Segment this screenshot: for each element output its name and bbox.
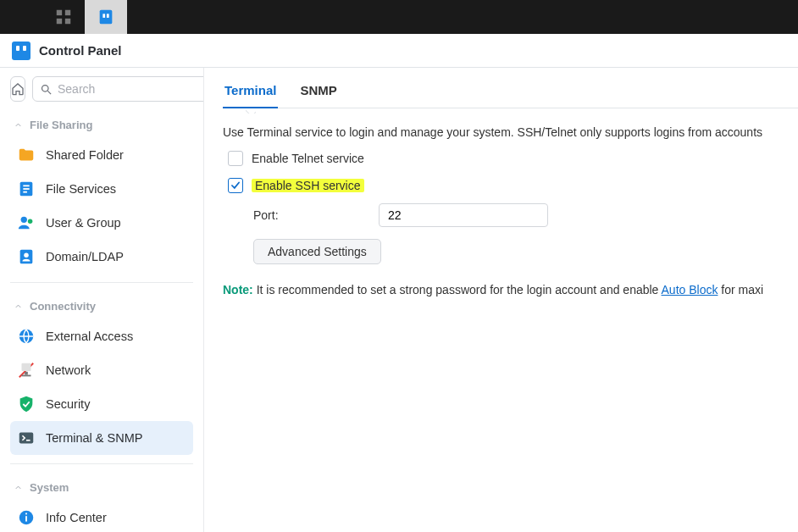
sidebar-item-label: Network xyxy=(46,363,91,377)
sidebar-item-shared-folder[interactable]: Shared Folder xyxy=(10,138,193,172)
sidebar-item-external-access[interactable]: External Access xyxy=(10,319,193,353)
port-input[interactable] xyxy=(379,203,548,227)
chevron-up-icon xyxy=(14,483,23,492)
sidebar-item-label: File Services xyxy=(46,182,116,196)
port-label: Port: xyxy=(253,208,363,222)
search-icon xyxy=(40,83,53,96)
auto-block-link[interactable]: Auto Block xyxy=(662,283,718,296)
tabs: Terminal SNMP xyxy=(223,75,798,108)
window-title: Control Panel xyxy=(39,43,122,58)
window-titlebar: Control Panel xyxy=(0,34,798,68)
sidebar-item-label: Terminal & SNMP xyxy=(46,431,142,445)
section-connectivity[interactable]: Connectivity xyxy=(10,291,193,319)
sidebar-item-security[interactable]: Security xyxy=(10,387,193,421)
section-connectivity-label: Connectivity xyxy=(30,300,96,313)
sidebar-item-label: Shared Folder xyxy=(46,148,124,162)
section-file-sharing[interactable]: File Sharing xyxy=(10,110,193,138)
svg-rect-11 xyxy=(23,188,29,190)
svg-point-7 xyxy=(42,85,49,91)
sidebar-item-label: Info Center xyxy=(46,511,107,524)
sidebar-item-info-center[interactable]: Info Center xyxy=(10,501,193,532)
terminal-icon xyxy=(17,429,36,447)
section-file-sharing-label: File Sharing xyxy=(30,119,92,131)
svg-point-16 xyxy=(24,252,29,258)
svg-rect-12 xyxy=(23,191,27,193)
sidebar-item-label: User & Group xyxy=(46,216,121,230)
sidebar-item-label: Security xyxy=(46,397,90,411)
main: File Sharing Shared Folder File Services… xyxy=(0,68,798,532)
domain-ldap-icon xyxy=(17,247,36,266)
svg-point-14 xyxy=(28,219,33,224)
divider xyxy=(10,463,193,464)
content: Terminal SNMP Use Terminal service to lo… xyxy=(204,68,798,532)
external-access-icon xyxy=(17,327,36,346)
home-button[interactable] xyxy=(10,76,25,102)
tab-snmp[interactable]: SNMP xyxy=(298,75,338,108)
sidebar-item-file-services[interactable]: File Services xyxy=(10,172,193,206)
tab-snmp-label: SNMP xyxy=(300,83,336,97)
svg-rect-0 xyxy=(57,10,62,15)
search-input[interactable] xyxy=(58,82,204,96)
svg-rect-25 xyxy=(25,513,27,515)
svg-rect-3 xyxy=(65,19,70,24)
note-tail: for maxi xyxy=(718,283,763,296)
sidebar-item-terminal-snmp[interactable]: Terminal & SNMP xyxy=(10,421,193,455)
note-body: It is recommended to set a strong passwo… xyxy=(253,283,662,296)
section-system[interactable]: System xyxy=(10,473,193,501)
svg-rect-18 xyxy=(22,363,31,371)
svg-rect-21 xyxy=(19,433,34,444)
sidebar-item-label: Domain/LDAP xyxy=(46,250,124,263)
note-prefix: Note: xyxy=(223,283,253,296)
sidebar-item-network[interactable]: Network xyxy=(10,353,193,387)
network-icon xyxy=(17,361,36,380)
telnet-label: Enable Telnet service xyxy=(252,152,364,165)
svg-rect-4 xyxy=(100,10,113,25)
tab-terminal[interactable]: Terminal xyxy=(223,75,278,108)
tab-terminal-label: Terminal xyxy=(224,83,276,97)
control-panel-icon xyxy=(12,42,30,60)
user-group-icon xyxy=(17,213,36,232)
divider xyxy=(10,282,193,283)
taskbar xyxy=(0,0,798,34)
svg-rect-5 xyxy=(103,14,105,18)
intro-text: Use Terminal service to login and manage… xyxy=(223,125,798,139)
svg-point-13 xyxy=(21,217,27,223)
svg-line-8 xyxy=(47,91,51,94)
telnet-checkbox[interactable] xyxy=(228,151,243,166)
svg-rect-1 xyxy=(65,10,70,15)
shield-icon xyxy=(17,395,36,413)
chevron-up-icon xyxy=(14,302,23,311)
note-text: Note: It is recommended to set a strong … xyxy=(223,283,798,296)
ssh-checkbox[interactable] xyxy=(228,178,243,193)
file-services-icon xyxy=(17,180,36,198)
svg-rect-24 xyxy=(25,516,27,521)
folder-icon xyxy=(17,146,36,164)
sidebar-item-label: External Access xyxy=(46,330,133,343)
sidebar-item-user-group[interactable]: User & Group xyxy=(10,206,193,240)
terminal-pane: Use Terminal service to login and manage… xyxy=(223,108,798,296)
section-system-label: System xyxy=(30,481,69,494)
svg-rect-2 xyxy=(57,19,62,24)
chevron-up-icon xyxy=(14,120,23,130)
taskbar-app-launcher[interactable] xyxy=(42,0,85,34)
taskbar-app-control-panel[interactable] xyxy=(85,0,127,34)
svg-rect-10 xyxy=(23,185,29,186)
info-icon xyxy=(17,508,36,527)
ssh-label: Enable SSH service xyxy=(252,179,364,192)
sidebar-item-domain-ldap[interactable]: Domain/LDAP xyxy=(10,240,193,274)
search-box[interactable] xyxy=(32,76,204,102)
sidebar: File Sharing Shared Folder File Services… xyxy=(0,68,204,532)
svg-rect-6 xyxy=(107,14,109,18)
home-icon xyxy=(11,82,25,96)
advanced-settings-button[interactable]: Advanced Settings xyxy=(253,239,381,264)
svg-rect-19 xyxy=(25,372,28,375)
svg-rect-20 xyxy=(22,375,31,377)
